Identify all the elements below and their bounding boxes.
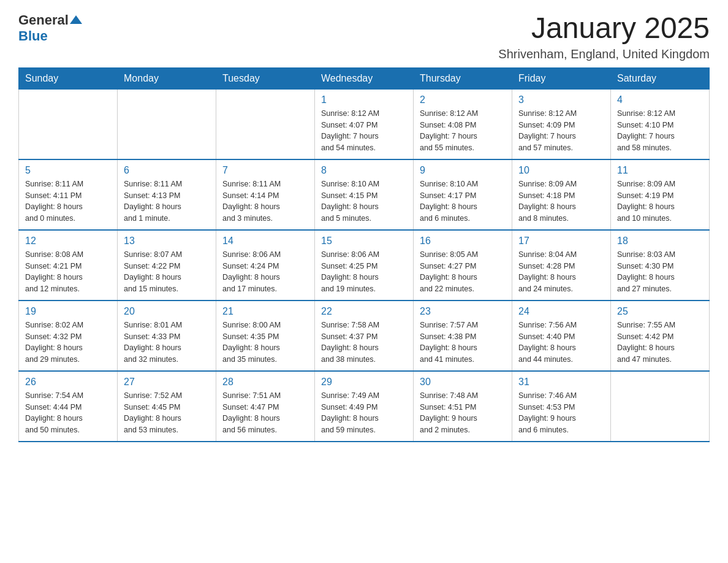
day-number: 31 <box>518 377 604 388</box>
day-number: 5 <box>25 165 111 176</box>
weekday-header-tuesday: Tuesday <box>216 67 315 89</box>
day-info: Sunrise: 8:04 AM Sunset: 4:28 PM Dayligh… <box>518 249 604 295</box>
logo: General Blue <box>18 12 82 44</box>
day-number: 26 <box>25 377 111 388</box>
calendar-cell: 11Sunrise: 8:09 AM Sunset: 4:19 PM Dayli… <box>611 159 710 230</box>
day-number: 24 <box>518 306 604 317</box>
day-number: 15 <box>321 236 407 247</box>
day-info: Sunrise: 8:12 AM Sunset: 4:08 PM Dayligh… <box>420 108 506 154</box>
weekday-header-thursday: Thursday <box>414 67 512 89</box>
calendar-cell <box>216 89 315 159</box>
day-info: Sunrise: 7:46 AM Sunset: 4:53 PM Dayligh… <box>518 390 604 436</box>
calendar-cell: 31Sunrise: 7:46 AM Sunset: 4:53 PM Dayli… <box>512 371 611 442</box>
calendar-cell: 23Sunrise: 7:57 AM Sunset: 4:38 PM Dayli… <box>414 301 512 371</box>
day-info: Sunrise: 8:11 AM Sunset: 4:14 PM Dayligh… <box>222 178 308 224</box>
day-info: Sunrise: 8:11 AM Sunset: 4:13 PM Dayligh… <box>124 178 210 224</box>
day-number: 7 <box>222 165 308 176</box>
month-year-title: January 2025 <box>498 12 710 45</box>
day-info: Sunrise: 7:51 AM Sunset: 4:47 PM Dayligh… <box>222 390 308 436</box>
day-number: 12 <box>25 236 111 247</box>
calendar-cell: 20Sunrise: 8:01 AM Sunset: 4:33 PM Dayli… <box>118 301 216 371</box>
day-info: Sunrise: 8:12 AM Sunset: 4:07 PM Dayligh… <box>321 108 407 154</box>
weekday-header-row: SundayMondayTuesdayWednesdayThursdayFrid… <box>19 67 710 89</box>
calendar-header: SundayMondayTuesdayWednesdayThursdayFrid… <box>19 67 710 89</box>
day-number: 29 <box>321 377 407 388</box>
day-info: Sunrise: 8:09 AM Sunset: 4:18 PM Dayligh… <box>518 178 604 224</box>
day-number: 30 <box>420 377 506 388</box>
calendar-cell: 27Sunrise: 7:52 AM Sunset: 4:45 PM Dayli… <box>118 371 216 442</box>
day-number: 14 <box>222 236 308 247</box>
calendar-cell: 29Sunrise: 7:49 AM Sunset: 4:49 PM Dayli… <box>315 371 414 442</box>
day-info: Sunrise: 7:55 AM Sunset: 4:42 PM Dayligh… <box>617 320 703 366</box>
calendar-cell: 6Sunrise: 8:11 AM Sunset: 4:13 PM Daylig… <box>118 159 216 230</box>
calendar-cell: 26Sunrise: 7:54 AM Sunset: 4:44 PM Dayli… <box>19 371 118 442</box>
calendar-cell: 21Sunrise: 8:00 AM Sunset: 4:35 PM Dayli… <box>216 301 315 371</box>
day-info: Sunrise: 8:02 AM Sunset: 4:32 PM Dayligh… <box>25 320 111 366</box>
day-number: 18 <box>617 236 703 247</box>
day-info: Sunrise: 7:57 AM Sunset: 4:38 PM Dayligh… <box>420 320 506 366</box>
day-number: 16 <box>420 236 506 247</box>
day-number: 13 <box>124 236 210 247</box>
day-info: Sunrise: 8:08 AM Sunset: 4:21 PM Dayligh… <box>25 249 111 295</box>
calendar-cell: 13Sunrise: 8:07 AM Sunset: 4:22 PM Dayli… <box>118 230 216 301</box>
calendar-cell: 15Sunrise: 8:06 AM Sunset: 4:25 PM Dayli… <box>315 230 414 301</box>
day-number: 8 <box>321 165 407 176</box>
logo-general-text: General <box>18 12 69 28</box>
calendar-cell: 24Sunrise: 7:56 AM Sunset: 4:40 PM Dayli… <box>512 301 611 371</box>
day-number: 23 <box>420 306 506 317</box>
calendar-cell: 8Sunrise: 8:10 AM Sunset: 4:15 PM Daylig… <box>315 159 414 230</box>
day-info: Sunrise: 8:03 AM Sunset: 4:30 PM Dayligh… <box>617 249 703 295</box>
calendar-cell: 22Sunrise: 7:58 AM Sunset: 4:37 PM Dayli… <box>315 301 414 371</box>
day-number: 22 <box>321 306 407 317</box>
day-number: 11 <box>617 165 703 176</box>
weekday-header-friday: Friday <box>512 67 611 89</box>
calendar-cell: 2Sunrise: 8:12 AM Sunset: 4:08 PM Daylig… <box>414 89 512 159</box>
calendar-cell: 5Sunrise: 8:11 AM Sunset: 4:11 PM Daylig… <box>19 159 118 230</box>
calendar-cell: 9Sunrise: 8:10 AM Sunset: 4:17 PM Daylig… <box>414 159 512 230</box>
day-info: Sunrise: 7:52 AM Sunset: 4:45 PM Dayligh… <box>124 390 210 436</box>
day-number: 6 <box>124 165 210 176</box>
day-info: Sunrise: 8:09 AM Sunset: 4:19 PM Dayligh… <box>617 178 703 224</box>
calendar-table: SundayMondayTuesdayWednesdayThursdayFrid… <box>18 67 710 442</box>
calendar-cell: 14Sunrise: 8:06 AM Sunset: 4:24 PM Dayli… <box>216 230 315 301</box>
day-info: Sunrise: 8:12 AM Sunset: 4:09 PM Dayligh… <box>518 108 604 154</box>
day-info: Sunrise: 8:11 AM Sunset: 4:11 PM Dayligh… <box>25 178 111 224</box>
day-number: 28 <box>222 377 308 388</box>
day-info: Sunrise: 7:49 AM Sunset: 4:49 PM Dayligh… <box>321 390 407 436</box>
calendar-week-row: 5Sunrise: 8:11 AM Sunset: 4:11 PM Daylig… <box>19 159 710 230</box>
calendar-cell: 30Sunrise: 7:48 AM Sunset: 4:51 PM Dayli… <box>414 371 512 442</box>
day-info: Sunrise: 8:06 AM Sunset: 4:25 PM Dayligh… <box>321 249 407 295</box>
day-number: 4 <box>617 94 703 105</box>
calendar-week-row: 1Sunrise: 8:12 AM Sunset: 4:07 PM Daylig… <box>19 89 710 159</box>
calendar-body: 1Sunrise: 8:12 AM Sunset: 4:07 PM Daylig… <box>19 89 710 442</box>
day-number: 20 <box>124 306 210 317</box>
day-info: Sunrise: 7:56 AM Sunset: 4:40 PM Dayligh… <box>518 320 604 366</box>
day-info: Sunrise: 8:01 AM Sunset: 4:33 PM Dayligh… <box>124 320 210 366</box>
day-info: Sunrise: 8:10 AM Sunset: 4:17 PM Dayligh… <box>420 178 506 224</box>
calendar-cell: 19Sunrise: 8:02 AM Sunset: 4:32 PM Dayli… <box>19 301 118 371</box>
title-section: January 2025 Shrivenham, England, United… <box>498 12 710 61</box>
calendar-week-row: 26Sunrise: 7:54 AM Sunset: 4:44 PM Dayli… <box>19 371 710 442</box>
day-info: Sunrise: 7:48 AM Sunset: 4:51 PM Dayligh… <box>420 390 506 436</box>
day-info: Sunrise: 7:58 AM Sunset: 4:37 PM Dayligh… <box>321 320 407 366</box>
calendar-cell: 12Sunrise: 8:08 AM Sunset: 4:21 PM Dayli… <box>19 230 118 301</box>
day-info: Sunrise: 8:10 AM Sunset: 4:15 PM Dayligh… <box>321 178 407 224</box>
calendar-cell: 3Sunrise: 8:12 AM Sunset: 4:09 PM Daylig… <box>512 89 611 159</box>
page-header: General Blue January 2025 Shrivenham, En… <box>18 12 710 61</box>
day-number: 25 <box>617 306 703 317</box>
day-info: Sunrise: 8:05 AM Sunset: 4:27 PM Dayligh… <box>420 249 506 295</box>
calendar-cell <box>19 89 118 159</box>
weekday-header-monday: Monday <box>118 67 216 89</box>
day-number: 27 <box>124 377 210 388</box>
calendar-cell <box>118 89 216 159</box>
calendar-cell: 1Sunrise: 8:12 AM Sunset: 4:07 PM Daylig… <box>315 89 414 159</box>
weekday-header-sunday: Sunday <box>19 67 118 89</box>
calendar-cell: 4Sunrise: 8:12 AM Sunset: 4:10 PM Daylig… <box>611 89 710 159</box>
calendar-cell: 7Sunrise: 8:11 AM Sunset: 4:14 PM Daylig… <box>216 159 315 230</box>
day-number: 9 <box>420 165 506 176</box>
day-info: Sunrise: 8:06 AM Sunset: 4:24 PM Dayligh… <box>222 249 308 295</box>
day-info: Sunrise: 8:07 AM Sunset: 4:22 PM Dayligh… <box>124 249 210 295</box>
day-number: 2 <box>420 94 506 105</box>
calendar-week-row: 12Sunrise: 8:08 AM Sunset: 4:21 PM Dayli… <box>19 230 710 301</box>
calendar-cell: 16Sunrise: 8:05 AM Sunset: 4:27 PM Dayli… <box>414 230 512 301</box>
